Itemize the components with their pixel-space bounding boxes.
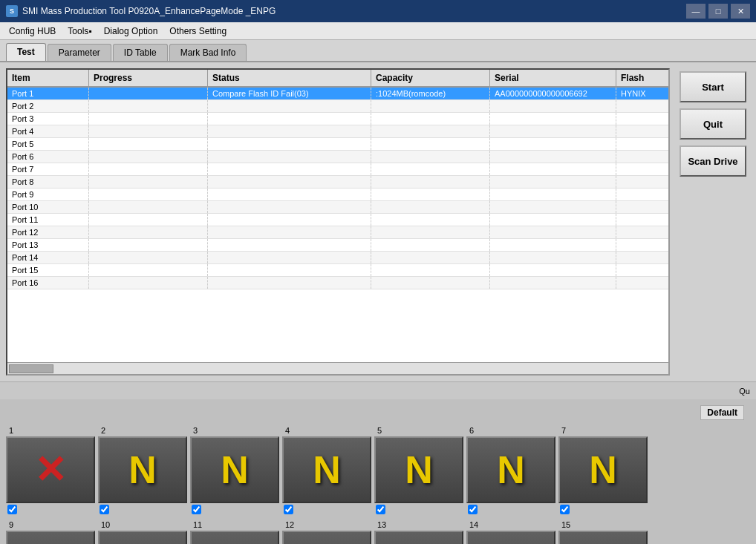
tab-mark-bad-info[interactable]: Mark Bad Info (169, 44, 247, 61)
cell-capacity (371, 214, 490, 226)
drive-box[interactable]: N (282, 436, 371, 503)
menu-config-hub[interactable]: Config HUB (3, 24, 62, 38)
cell-item: Port 4 (7, 125, 89, 137)
drive-box[interactable]: N (466, 436, 555, 503)
table-row[interactable]: Port 1 Compare Flash ID Fail(03) :1024MB… (7, 88, 668, 100)
table-row[interactable]: Port 7 (7, 163, 668, 176)
drive-box[interactable]: N (282, 531, 371, 544)
drive-checkbox[interactable] (376, 505, 385, 514)
cell-progress (89, 163, 208, 175)
cell-progress (89, 125, 208, 137)
tab-id-table[interactable]: ID Table (113, 44, 168, 61)
cell-serial: AA000000000000006692 (490, 88, 616, 99)
table-scroll[interactable]: Port 1 Compare Flash ID Fail(03) :1024MB… (7, 88, 668, 362)
cell-flash: HYNIX (616, 88, 668, 99)
drive-checkbox[interactable] (100, 505, 109, 514)
drive-checkbox[interactable] (284, 505, 293, 514)
cell-capacity: :1024MB(romcode) (371, 88, 490, 99)
cell-progress (89, 201, 208, 213)
cell-progress (89, 226, 208, 238)
menu-others-setting[interactable]: Others Setting (163, 24, 232, 38)
table-row[interactable]: Port 10 (7, 201, 668, 214)
drive-box[interactable]: N (190, 436, 279, 503)
table-row[interactable]: Port 3 (7, 113, 668, 125)
table-row[interactable]: Port 8 (7, 176, 668, 189)
cell-progress (89, 113, 208, 125)
table-row[interactable]: Port 13 (7, 239, 668, 252)
cell-item: Port 7 (7, 163, 89, 175)
table-row[interactable]: Port 9 (7, 189, 668, 201)
drive-box[interactable]: N (374, 531, 463, 544)
table-row[interactable]: Port 14 (7, 252, 668, 264)
cell-capacity (371, 264, 490, 276)
scrollbar-thumb[interactable] (9, 364, 53, 373)
scan-drive-button[interactable]: Scan Drive (680, 145, 746, 177)
cell-status (208, 151, 371, 163)
horizontal-scrollbar[interactable] (7, 362, 668, 374)
table-row[interactable]: Port 5 (7, 138, 668, 151)
cell-flash (616, 252, 668, 263)
drive-number: 2 (101, 426, 105, 435)
minimize-button[interactable]: — (686, 4, 706, 19)
drive-checkbox[interactable] (468, 505, 478, 514)
drive-box[interactable]: N (374, 436, 463, 503)
table-row[interactable]: Port 11 (7, 214, 668, 226)
drive-box[interactable]: N (558, 531, 648, 544)
table-row[interactable]: Port 4 (7, 125, 668, 138)
cell-item: Port 10 (7, 201, 89, 213)
table-row[interactable]: Port 2 (7, 100, 668, 113)
table-row[interactable]: Port 12 (7, 226, 668, 239)
close-button[interactable]: ✕ (731, 4, 750, 19)
drive-number: 14 (469, 520, 478, 529)
drive-checkbox[interactable] (192, 505, 201, 514)
table-header: Item Progress Status Capacity Serial Fla… (7, 70, 668, 88)
cell-serial (490, 138, 616, 150)
tab-test[interactable]: Test (6, 43, 46, 61)
cell-progress (89, 176, 208, 188)
cell-status (208, 163, 371, 175)
drive-checkbox[interactable] (560, 505, 570, 514)
cell-capacity (371, 163, 490, 175)
port-table: Item Progress Status Capacity Serial Fla… (6, 68, 670, 376)
maximize-button[interactable]: □ (708, 4, 728, 19)
drive-n-icon: N (128, 448, 157, 492)
cell-serial (490, 125, 616, 137)
quit-button[interactable]: Quit (680, 108, 746, 140)
cell-serial (490, 163, 616, 175)
drive-number: 13 (377, 520, 386, 529)
drive-number: 3 (193, 426, 198, 435)
cell-capacity (371, 201, 490, 213)
menu-dialog-option[interactable]: Dialog Option (98, 24, 164, 38)
cell-progress (89, 252, 208, 263)
drive-box[interactable]: N (6, 531, 95, 544)
drive-checkbox[interactable] (7, 505, 17, 514)
cell-status (208, 189, 371, 200)
start-button[interactable]: Start (680, 71, 746, 102)
table-row[interactable]: Port 6 (7, 151, 668, 163)
drive-box[interactable]: N (190, 531, 279, 544)
cell-serial (490, 189, 616, 200)
cell-item: Port 13 (7, 239, 89, 251)
drive-box[interactable]: N (98, 436, 187, 503)
drive-number: 1 (9, 426, 13, 435)
cell-serial (490, 214, 616, 226)
drive-box[interactable]: N (466, 531, 555, 544)
drive-box[interactable]: N (558, 436, 648, 503)
menu-tools[interactable]: Tools▪ (62, 24, 97, 38)
cell-serial (490, 176, 616, 188)
cell-capacity (371, 100, 490, 112)
cell-flash (616, 189, 668, 200)
drive-item: 4N (282, 426, 371, 514)
cell-serial (490, 226, 616, 238)
drive-box[interactable]: N (98, 531, 187, 544)
cell-flash (616, 201, 668, 213)
drive-box[interactable]: ✕ (6, 436, 95, 503)
cell-status (208, 252, 371, 263)
drive-item: 13N (374, 520, 463, 544)
table-row[interactable]: Port 16 (7, 277, 668, 289)
cell-item: Port 9 (7, 189, 89, 200)
cell-progress (89, 151, 208, 163)
cell-flash (616, 113, 668, 125)
tab-parameter[interactable]: Parameter (48, 44, 111, 61)
table-row[interactable]: Port 15 (7, 264, 668, 277)
